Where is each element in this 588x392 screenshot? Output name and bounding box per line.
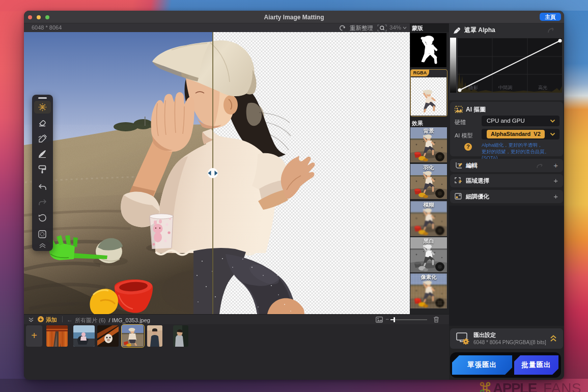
svg-text:中間調: 中間調 <box>498 85 512 90</box>
svg-text:陰影: 陰影 <box>469 85 478 90</box>
svg-text:高光: 高光 <box>538 85 547 90</box>
